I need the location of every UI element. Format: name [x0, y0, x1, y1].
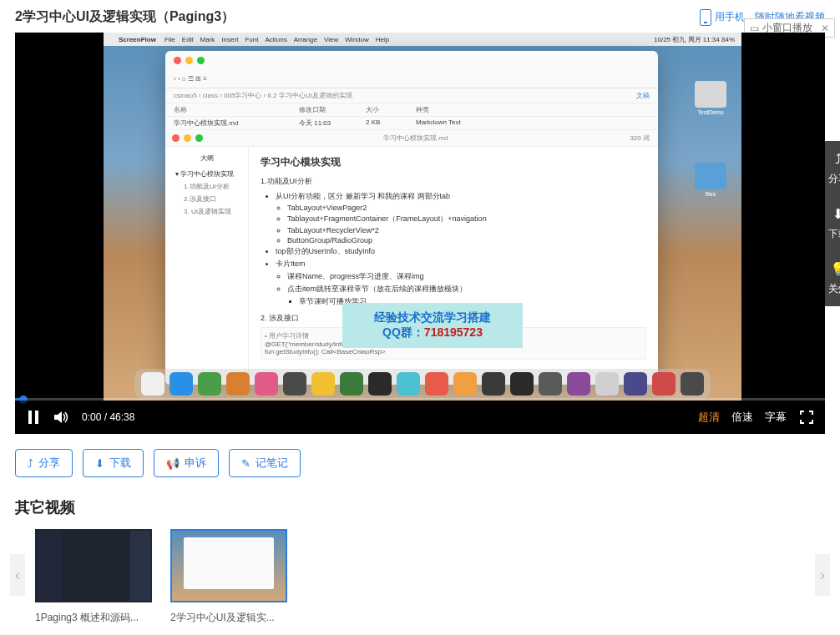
- fullscreen-button[interactable]: [798, 409, 815, 426]
- menubar-status: 10/25 初九 周月 11:34 84%: [654, 35, 735, 44]
- use-phone-link[interactable]: 用手机: [700, 9, 745, 26]
- desktop-icon: TestDemo: [695, 81, 726, 115]
- window-traffic-lights: [165, 51, 658, 70]
- time-display: 0:00 / 46:38: [82, 411, 134, 423]
- svg-rect-1: [35, 411, 38, 424]
- menubar-app: ScreenFlow: [119, 36, 156, 43]
- thumb-label: 1Paging3 概述和源码...: [35, 611, 152, 625]
- page-title: 2学习中心UI及逻辑实现（Paging3）: [15, 8, 235, 26]
- watermark-overlay: 经验技术交流学习搭建 QQ群：718195723: [342, 303, 523, 348]
- download-button[interactable]: ⬇下载: [83, 449, 144, 477]
- download-icon: ⬇: [95, 457, 104, 470]
- video-thumbnail: [35, 529, 152, 602]
- carousel-next-button[interactable]: ›: [815, 554, 830, 596]
- video-frame: ScreenFlow File Edit Mark Insert Font Ac…: [104, 33, 741, 401]
- file-list-header: 名称修改日期大小种类: [165, 103, 658, 117]
- video-thumb-item[interactable]: 1Paging3 概述和源码...: [35, 529, 152, 625]
- download-icon: ⬇: [832, 206, 840, 222]
- subtitle-button[interactable]: 字幕: [765, 410, 787, 425]
- video-player[interactable]: ScreenFlow File Edit Mark Insert Font Ac…: [15, 33, 825, 434]
- megaphone-icon: 📢: [166, 457, 180, 470]
- pause-button[interactable]: [25, 409, 42, 426]
- phone-link-text: 用手机: [715, 10, 745, 24]
- desktop-icon: files: [695, 163, 726, 197]
- breadcrumb: csinao5 › class › 005学习中心 › 6.2 学习中心UI及逻…: [165, 88, 658, 103]
- carousel-prev-button[interactable]: ‹: [10, 554, 25, 596]
- report-button[interactable]: 📢申诉: [154, 449, 219, 477]
- svg-marker-2: [54, 411, 62, 423]
- document-content: 学习中心模块实现 1.功能及UI分析 从UI分析功能，区分 最新学习 和我的课程…: [249, 147, 658, 385]
- share-icon: ⤴: [28, 457, 33, 470]
- share-button[interactable]: ⤴分享: [15, 449, 73, 477]
- video-thumb-item[interactable]: 2学习中心UI及逻辑实...: [170, 529, 287, 625]
- finder-toolbar: ‹ › ⌂ ☰ ⊞ ≡: [165, 70, 658, 88]
- side-share-button[interactable]: ⤴分享: [825, 141, 840, 196]
- share-icon: ⤴: [835, 152, 841, 167]
- mac-dock: [134, 369, 711, 399]
- volume-button[interactable]: [53, 409, 70, 426]
- file-row: 学习中心模块实现.md今天 11:032 KBMarkdown Text: [165, 117, 658, 129]
- video-thumbnail: [170, 529, 287, 602]
- thumb-label: 2学习中心UI及逻辑实...: [170, 611, 287, 625]
- side-light-button[interactable]: 💡关灯: [825, 251, 840, 306]
- menubar-menus: File Edit Mark Insert Font Actions Arran…: [164, 36, 389, 43]
- quality-button[interactable]: 超清: [698, 410, 720, 425]
- other-videos-title: 其它视频: [0, 492, 840, 529]
- svg-rect-0: [28, 411, 32, 424]
- mac-menubar: ScreenFlow File Edit Mark Insert Font Ac…: [104, 33, 741, 46]
- speed-button[interactable]: 倍速: [731, 410, 753, 425]
- side-download-button[interactable]: ⬇下载: [825, 196, 840, 251]
- phone-icon: [700, 9, 711, 26]
- lightbulb-icon: 💡: [830, 261, 841, 277]
- pencil-icon: ✎: [241, 457, 250, 470]
- editor-tab: 学习中心模块实现.md: [210, 130, 621, 146]
- note-button[interactable]: ✎记笔记: [229, 449, 301, 477]
- player-controls: 0:00 / 46:38 超清 倍速 字幕: [15, 401, 825, 434]
- outline-panel: 大纲 ▾ 学习中心模块实现 1.功能及UI分析 2.涉及接口 3. UI及逻辑实…: [165, 147, 249, 385]
